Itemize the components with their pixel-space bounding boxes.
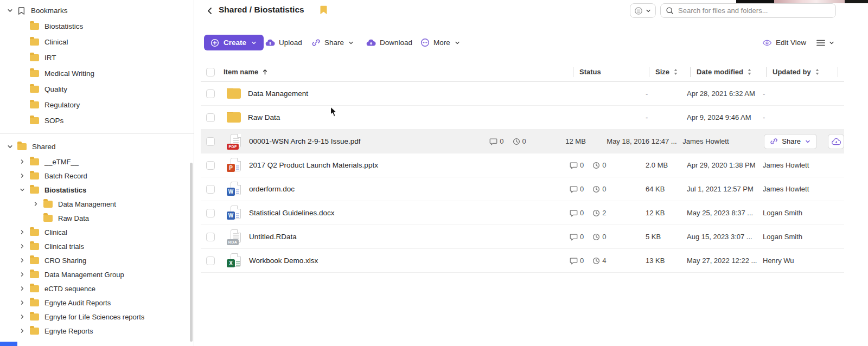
create-button[interactable]: Create — [204, 35, 264, 50]
item-name[interactable]: Raw Data — [248, 113, 280, 121]
sidebar-item-biostatistics[interactable]: Biostatistics — [0, 183, 194, 197]
back-button[interactable] — [204, 5, 216, 17]
item-name[interactable]: Workbook Demo.xlsx — [249, 257, 318, 265]
sort-ascending-icon — [262, 68, 268, 75]
edit-view-button[interactable]: Edit View — [762, 35, 806, 50]
table-row-file[interactable]: P2017 Q2 Product Launch Materials.pptx00… — [201, 153, 844, 177]
version-count: 2 — [592, 209, 606, 217]
more-button[interactable]: More — [420, 35, 461, 50]
chevron-right-icon[interactable] — [18, 312, 27, 321]
sidebar-item-cro-sharing[interactable]: CRO Sharing — [0, 253, 194, 267]
column-size[interactable]: Size — [649, 67, 690, 77]
table-row-file[interactable]: PDF00001-WSN Arch 2-9-15 Issue.pdf0012 M… — [201, 130, 844, 153]
breadcrumb[interactable]: Shared / Biostatistics — [219, 5, 304, 15]
search-filter-dropdown[interactable] — [630, 3, 656, 18]
row-checkbox[interactable] — [206, 185, 215, 194]
sidebar-item-batch-record[interactable]: Batch Record — [0, 169, 194, 183]
chevron-right-icon[interactable] — [18, 171, 27, 180]
list-view-toggle[interactable] — [816, 35, 835, 50]
sidebar-item-egnyte-reports[interactable]: Egnyte Reports — [0, 324, 194, 338]
doc-file-icon: W — [227, 181, 242, 197]
sidebar-item-raw-data[interactable]: Raw Data — [0, 211, 194, 225]
table-row-file[interactable]: XWorkbook Demo.xlsx0413 KBMay 27, 2022 1… — [201, 249, 844, 273]
sidebar-section-shared[interactable]: Shared — [0, 139, 194, 155]
item-name[interactable]: 00001-WSN Arch 2-9-15 Issue.pdf — [249, 137, 361, 145]
select-all-checkbox[interactable] — [206, 68, 215, 76]
updated-by-cell: - — [763, 89, 834, 98]
comments-icon — [570, 185, 578, 193]
column-date-modified[interactable]: Date modified — [690, 67, 766, 77]
view-options-icon — [634, 7, 643, 15]
column-updated-by[interactable]: Updated by — [766, 67, 838, 77]
table-row-file[interactable]: WStatistical Guidelines.docx0212 KBMay 2… — [201, 201, 844, 225]
item-name[interactable]: Statistical Guidelines.docx — [249, 209, 335, 217]
comment-count: 0 — [570, 233, 584, 241]
file-table: Item name Status Size Date modified Upda… — [201, 62, 844, 273]
updated-by-cell: Logan Smith — [763, 233, 834, 241]
item-name[interactable]: Data Management — [248, 89, 308, 98]
bookmark-item-sops[interactable]: SOPs — [0, 113, 194, 129]
sidebar-section-bookmarks[interactable]: Bookmarks — [0, 3, 194, 18]
row-share-button[interactable]: Share — [764, 134, 817, 149]
chevron-right-icon[interactable] — [31, 200, 40, 208]
chevron-right-icon[interactable] — [18, 157, 27, 166]
chevron-down-icon[interactable] — [18, 185, 27, 194]
bookmark-item-regulatory[interactable]: Regulatory — [0, 97, 194, 113]
row-checkbox[interactable] — [206, 89, 215, 98]
chevron-right-icon[interactable] — [18, 326, 27, 335]
share-button[interactable]: Share — [311, 35, 354, 50]
link-icon — [311, 38, 321, 47]
sidebar-item-egnyte-for-life-sciences-reports[interactable]: Egnyte for Life Sciences reports — [0, 310, 194, 324]
bookmark-item-clinical[interactable]: Clinical — [0, 34, 194, 50]
column-item-name[interactable]: Item name — [224, 68, 573, 76]
bookmark-filled-icon[interactable] — [320, 5, 327, 17]
row-download-button[interactable] — [828, 134, 844, 149]
row-checkbox[interactable] — [206, 161, 215, 170]
row-checkbox[interactable] — [206, 209, 215, 217]
chevron-right-icon[interactable] — [18, 298, 27, 307]
versions-icon — [592, 209, 600, 217]
chevron-down-icon[interactable] — [5, 7, 14, 15]
row-checkbox[interactable] — [206, 257, 215, 265]
chevron-right-icon[interactable] — [18, 228, 27, 236]
sidebar-item-ectd-sequence[interactable]: eCTD sequence — [0, 281, 194, 296]
chevron-right-icon[interactable] — [18, 242, 27, 251]
bookmark-item-irt[interactable]: IRT — [0, 50, 194, 66]
date-modified-cell: May 18, 2016 12:47 ... — [607, 137, 682, 145]
column-status[interactable]: Status — [573, 67, 649, 77]
sort-icon — [747, 68, 752, 75]
chevron-down-icon[interactable] — [5, 143, 14, 151]
bookmark-item-quality[interactable]: Quality — [0, 81, 194, 97]
sidebar-item-clinical[interactable]: Clinical — [0, 225, 194, 239]
item-name[interactable]: orderform.doc — [249, 185, 295, 193]
plus-circle-icon — [210, 39, 219, 47]
search-input[interactable] — [678, 7, 831, 15]
item-name[interactable]: 2017 Q2 Product Launch Materials.pptx — [249, 161, 378, 169]
chevron-right-icon[interactable] — [18, 284, 27, 293]
row-checkbox[interactable] — [206, 137, 215, 146]
table-row-folder[interactable]: Data Management-Apr 28, 2021 6:32 AM- — [201, 82, 844, 106]
comment-count: 0 — [570, 257, 584, 265]
sidebar-item-data-management-group[interactable]: Data Management Group — [0, 267, 194, 281]
item-name[interactable]: Untitled.RData — [249, 233, 297, 241]
file-manager-app: Bookmarks BiostatisticsClinicalIRTMedica… — [0, 0, 868, 346]
sidebar-scrollbar[interactable] — [190, 163, 193, 342]
chevron-right-icon[interactable] — [18, 256, 27, 265]
version-count: 0 — [592, 161, 606, 169]
sidebar-item--etmf-[interactable]: __eTMF__ — [0, 155, 194, 169]
bookmark-item-biostatistics[interactable]: Biostatistics — [0, 18, 194, 34]
sidebar-item-egnyte-audit-reports[interactable]: Egnyte Audit Reports — [0, 296, 194, 310]
row-checkbox[interactable] — [206, 113, 215, 122]
chevron-right-icon[interactable] — [18, 270, 27, 279]
sidebar-item-clinical-trials[interactable]: Clinical trials — [0, 239, 194, 253]
bookmark-item-medical-writing[interactable]: Medical Writing — [0, 66, 194, 81]
table-body: Data Management-Apr 28, 2021 6:32 AM-Raw… — [201, 82, 844, 273]
download-button[interactable]: Download — [366, 35, 412, 50]
xlsx-file-icon: X — [227, 253, 242, 269]
table-row-folder[interactable]: Raw Data-Apr 9, 2024 9:46 AM- — [201, 106, 844, 130]
upload-button[interactable]: Upload — [265, 35, 302, 50]
sidebar-item-data-management[interactable]: Data Management — [0, 197, 194, 211]
table-row-file[interactable]: RDAUntitled.RData005 KBAug 15, 2023 3:07… — [201, 225, 844, 249]
table-row-file[interactable]: Worderform.doc0064 KBJul 1, 2021 12:57 P… — [201, 177, 844, 201]
row-checkbox[interactable] — [206, 233, 215, 241]
